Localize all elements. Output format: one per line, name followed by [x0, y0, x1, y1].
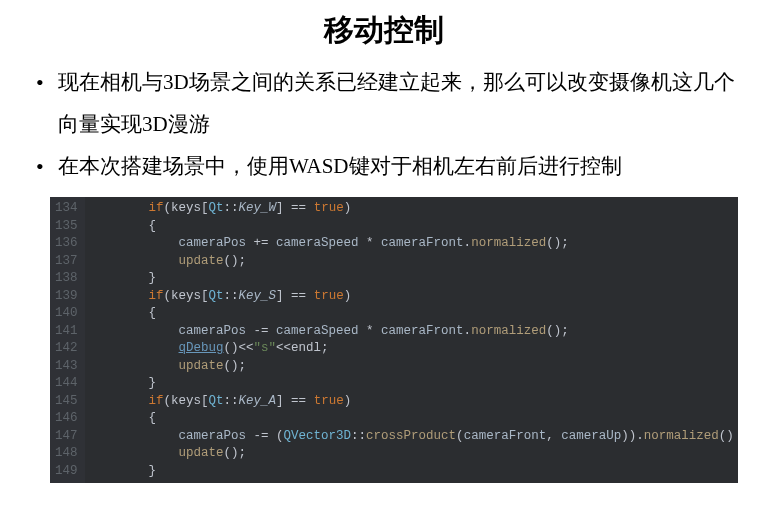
line-number: 135 — [55, 218, 78, 236]
code-line: update(); — [89, 253, 738, 271]
code-screenshot: 1341351361371381391401411421431441451461… — [50, 197, 738, 483]
line-number: 140 — [55, 305, 78, 323]
line-number: 137 — [55, 253, 78, 271]
code-gutter: 1341351361371381391401411421431441451461… — [50, 197, 85, 483]
line-number: 143 — [55, 358, 78, 376]
line-number: 142 — [55, 340, 78, 358]
line-number: 148 — [55, 445, 78, 463]
line-number: 145 — [55, 393, 78, 411]
code-body: if(keys[Qt::Key_W] == true) { cameraPos … — [85, 197, 738, 483]
line-number: 146 — [55, 410, 78, 428]
bullet-item: 现在相机与3D场景之间的关系已经建立起来，那么可以改变摄像机这几个向量实现3D漫… — [30, 61, 742, 145]
line-number: 136 — [55, 235, 78, 253]
code-line: if(keys[Qt::Key_A] == true) — [89, 393, 738, 411]
code-line: { — [89, 410, 738, 428]
bullet-item: 在本次搭建场景中，使用WASD键对于相机左右前后进行控制 — [30, 145, 742, 187]
code-line: cameraPos -= (QVector3D::crossProduct(ca… — [89, 428, 738, 446]
code-line: if(keys[Qt::Key_S] == true) — [89, 288, 738, 306]
slide-title: 移动控制 — [20, 10, 747, 51]
line-number: 134 — [55, 200, 78, 218]
code-line: if(keys[Qt::Key_W] == true) — [89, 200, 738, 218]
line-number: 141 — [55, 323, 78, 341]
line-number: 149 — [55, 463, 78, 481]
code-line: } — [89, 270, 738, 288]
code-line: cameraPos += cameraSpeed * cameraFront.n… — [89, 235, 738, 253]
slide: 移动控制 现在相机与3D场景之间的关系已经建立起来，那么可以改变摄像机这几个向量… — [0, 0, 767, 483]
code-line: { — [89, 218, 738, 236]
code-line: } — [89, 463, 738, 481]
line-number: 144 — [55, 375, 78, 393]
line-number: 147 — [55, 428, 78, 446]
code-line: qDebug()<<"s"<<endl; — [89, 340, 738, 358]
code-line: update(); — [89, 445, 738, 463]
line-number: 138 — [55, 270, 78, 288]
code-line: update(); — [89, 358, 738, 376]
line-number: 139 — [55, 288, 78, 306]
code-line: cameraPos -= cameraSpeed * cameraFront.n… — [89, 323, 738, 341]
code-line: } — [89, 375, 738, 393]
bullet-list: 现在相机与3D场景之间的关系已经建立起来，那么可以改变摄像机这几个向量实现3D漫… — [20, 61, 747, 187]
code-line: { — [89, 305, 738, 323]
